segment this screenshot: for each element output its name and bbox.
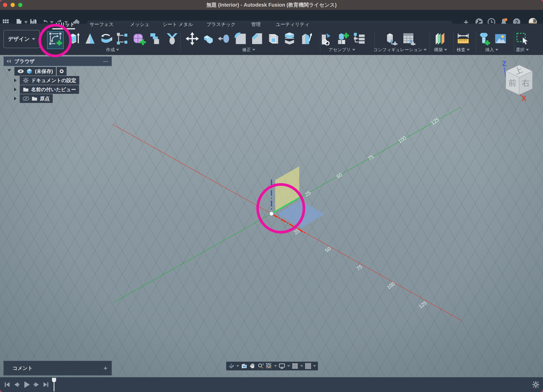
sweep-icon[interactable] — [99, 32, 113, 45]
folder-icon — [23, 86, 29, 93]
timeline-step-forward-icon[interactable] — [33, 381, 40, 388]
configuration-icon[interactable] — [384, 32, 397, 45]
chevron-right-icon[interactable] — [14, 78, 17, 83]
comments-panel[interactable]: コメント + — [3, 361, 112, 375]
look-at-icon[interactable] — [241, 363, 247, 369]
orbit-icon[interactable] — [228, 363, 234, 369]
group-label-modify[interactable]: 修正 — [242, 47, 255, 53]
add-comment-button[interactable]: + — [103, 364, 107, 372]
press-pull-icon[interactable] — [202, 32, 215, 45]
measure-icon[interactable] — [457, 32, 470, 45]
window-title: 無題 (Interior) - Autodesk Fusion (教育機関ライセ… — [0, 0, 543, 10]
timeline-marker[interactable] — [51, 377, 57, 392]
tab-sheet-metal[interactable]: シート メタル — [163, 21, 193, 28]
group-label-create[interactable]: 作成 — [106, 47, 119, 53]
tree-row-document-settings[interactable]: ドキュメントの設定 — [14, 76, 79, 85]
grid-settings-icon[interactable] — [292, 363, 298, 369]
browser-panel-header[interactable]: ブラウザ — — [3, 56, 112, 66]
group-separator — [514, 31, 514, 52]
document-node-label: (未保存) — [35, 68, 53, 75]
tab-mesh[interactable]: メッシュ — [130, 21, 149, 28]
visibility-off-eye-icon[interactable] — [23, 95, 29, 102]
pan-hand-icon[interactable] — [249, 363, 256, 369]
chevron-down-icon[interactable] — [7, 69, 11, 74]
app-window: 無題 (Interior) - Autodesk Fusion (教育機関ライセ… — [0, 0, 543, 392]
split-body-icon[interactable] — [283, 32, 296, 45]
tab-surface[interactable]: サーフェス — [90, 21, 113, 28]
annotation-circle-origin — [256, 183, 305, 234]
tab-manage[interactable]: 管理 — [251, 21, 261, 28]
web-icon[interactable] — [165, 32, 179, 45]
chevron-right-icon[interactable] — [14, 96, 17, 101]
display-settings-icon[interactable] — [279, 363, 285, 369]
tree-row-named-views[interactable]: 名前の付いたビュー — [14, 85, 79, 94]
gear-icon — [23, 77, 29, 84]
new-component-icon[interactable] — [336, 32, 349, 45]
viewports-icon[interactable] — [305, 363, 311, 369]
navigation-bar: ± — [226, 362, 318, 370]
group-label-insert[interactable]: 挿入 — [485, 47, 498, 53]
minimize-panel-icon[interactable]: — — [103, 58, 108, 64]
tab-plastic[interactable]: プラスチック — [206, 21, 236, 28]
config-table-icon[interactable] — [402, 32, 415, 45]
tree-row-document[interactable]: (未保存) — [7, 67, 67, 76]
chamfer-icon[interactable] — [250, 32, 264, 45]
annotation-circle-sketch-tool — [39, 24, 72, 57]
fillet-icon[interactable] — [234, 32, 247, 45]
file-new-dropdown[interactable] — [24, 21, 28, 24]
rails-icon[interactable] — [115, 32, 129, 45]
zoom-window-dropdown[interactable] — [274, 365, 277, 367]
group-label-select[interactable]: 選択 — [516, 47, 529, 53]
select-icon[interactable] — [516, 32, 529, 45]
group-label-configuration[interactable]: コンフィギュレーション — [373, 47, 427, 53]
shell-icon[interactable] — [267, 32, 280, 45]
comments-title: コメント — [12, 365, 33, 371]
visibility-eye-icon[interactable] — [17, 68, 24, 74]
timeline-bar — [0, 377, 543, 392]
group-separator — [180, 31, 181, 52]
design-mode-label: デザイン — [8, 35, 30, 43]
origin-label: 原点 — [40, 95, 50, 102]
group-label-construct[interactable]: 構築 — [434, 47, 447, 53]
construction-plane-icon[interactable] — [434, 32, 447, 45]
svg-text:±: ± — [263, 363, 264, 365]
display-settings-dropdown[interactable] — [287, 365, 290, 367]
title-bar: 無題 (Interior) - Autodesk Fusion (教育機関ライセ… — [0, 0, 543, 10]
undo-dropdown[interactable] — [50, 21, 54, 24]
timeline-settings-gear-icon[interactable] — [532, 381, 540, 388]
group-label-assemble[interactable]: アセンブリ — [328, 47, 355, 53]
insert-derive-icon[interactable] — [319, 32, 333, 45]
timeline-step-back-icon[interactable] — [13, 381, 21, 388]
browser-panel-title: ブラウザ — [14, 58, 34, 65]
group-label-inspect[interactable]: 検査 — [457, 47, 470, 53]
group-separator — [453, 31, 454, 52]
insert-fastener-icon[interactable] — [478, 32, 491, 45]
joint-list-icon[interactable] — [353, 32, 366, 45]
offset-face-icon[interactable] — [217, 32, 231, 45]
draft-icon[interactable] — [299, 32, 312, 45]
revolve-icon[interactable] — [83, 32, 97, 45]
combine-icon[interactable] — [148, 32, 162, 45]
chevron-right-icon[interactable] — [14, 87, 17, 92]
viewports-dropdown[interactable] — [313, 365, 316, 367]
collapse-panel-icon[interactable] — [6, 58, 12, 64]
activate-radio[interactable] — [57, 67, 67, 76]
notification-dot — [504, 18, 507, 21]
zoom-icon[interactable]: ± — [257, 363, 264, 369]
timeline-skip-start-icon[interactable] — [3, 381, 11, 388]
group-separator — [476, 31, 476, 52]
grid-settings-dropdown[interactable] — [300, 365, 303, 367]
named-views-label: 名前の付いたビュー — [31, 86, 76, 93]
document-settings-label: ドキュメントの設定 — [31, 77, 76, 84]
tree-row-origin[interactable]: 原点 — [14, 94, 53, 103]
tab-utilities[interactable]: ユーティリティ — [276, 21, 310, 28]
canvas-image-icon[interactable] — [494, 32, 507, 45]
move-icon[interactable] — [186, 32, 199, 45]
create-form-icon[interactable] — [133, 32, 146, 45]
design-mode-selector[interactable]: デザイン — [3, 30, 40, 48]
tab-strip: 無題 ✕ + ? — [0, 10, 543, 24]
orbit-dropdown[interactable] — [236, 365, 239, 367]
zoom-window-icon[interactable] — [266, 363, 272, 369]
timeline-skip-end-icon[interactable] — [42, 381, 50, 388]
timeline-play-icon[interactable] — [22, 380, 31, 389]
